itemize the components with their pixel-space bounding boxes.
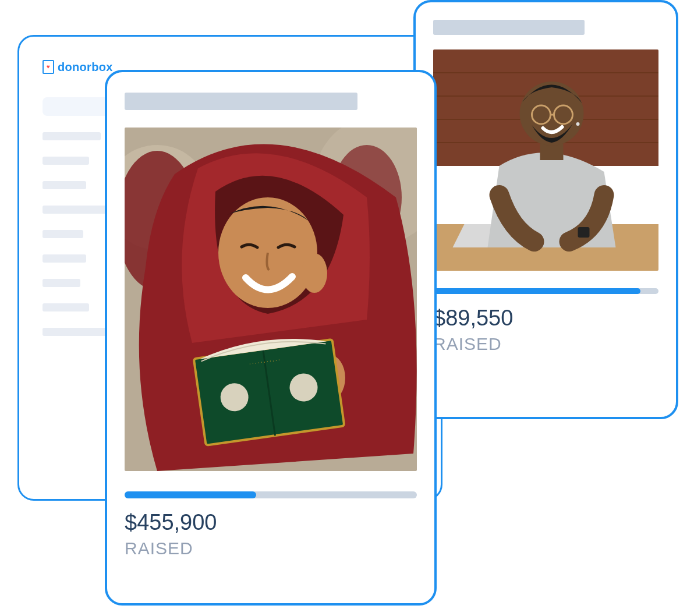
svg-point-13 xyxy=(576,122,580,126)
svg-point-20 xyxy=(302,253,327,293)
svg-rect-7 xyxy=(578,227,590,238)
heart-box-icon xyxy=(43,60,54,74)
sidebar-item[interactable] xyxy=(43,279,80,287)
sidebar-item[interactable] xyxy=(43,328,107,336)
svg-point-9 xyxy=(520,82,584,146)
amount-raised: $89,550 xyxy=(433,306,658,331)
amount-raised: $455,900 xyxy=(125,510,417,535)
title-skeleton xyxy=(125,93,357,110)
progress-bar xyxy=(125,491,417,498)
campaign-image xyxy=(433,49,658,271)
raised-label: RAISED xyxy=(433,334,658,354)
sidebar-item[interactable] xyxy=(43,230,83,238)
campaign-card-right[interactable]: $89,550 RAISED xyxy=(413,0,678,419)
progress-bar xyxy=(433,288,658,294)
sidebar-item[interactable] xyxy=(43,254,86,263)
sidebar-item[interactable] xyxy=(43,206,107,214)
progress-fill xyxy=(125,491,256,498)
sidebar-item[interactable] xyxy=(43,303,89,311)
sidebar-item[interactable] xyxy=(43,181,86,189)
title-skeleton xyxy=(433,20,585,35)
brand-name: donorbox xyxy=(58,61,113,74)
campaign-card-front[interactable]: ་་་་་་་་་་་ $455,900 RAISED xyxy=(105,70,437,606)
sidebar-item[interactable] xyxy=(43,157,89,165)
progress-fill xyxy=(433,288,640,294)
campaign-image: ་་་་་་་་་་་ xyxy=(125,128,417,471)
raised-label: RAISED xyxy=(125,539,417,558)
sidebar-item[interactable] xyxy=(43,132,101,140)
